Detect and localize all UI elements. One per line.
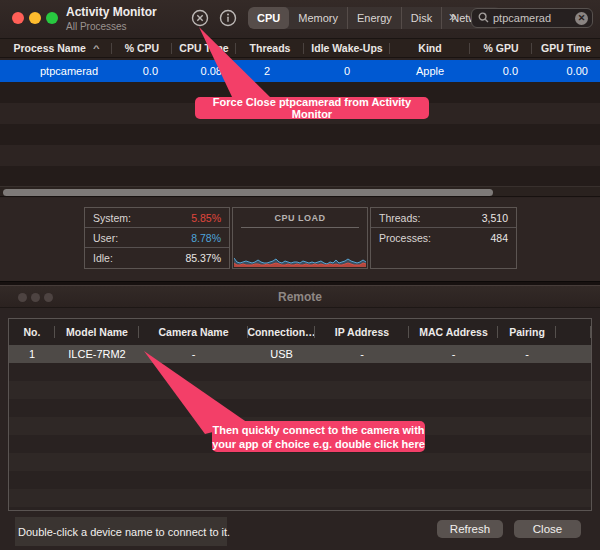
refresh-button[interactable]: Refresh [437,520,503,538]
tab-cpu[interactable]: CPU [248,7,289,29]
tab-energy[interactable]: Energy [348,7,402,29]
callout-text-line2: your app of choice e.g. double click her… [212,437,425,451]
stat-row-user: User: 8.78% [85,228,229,248]
camera-table: No. Model Name Camera Name Connection… I… [8,318,592,511]
horizontal-scrollbar [0,186,600,197]
callout-text: Force Close ptpcamerad from Activity Mon… [195,96,429,120]
inspect-info-icon[interactable] [219,9,237,27]
cpu-load-sparkline [234,251,366,267]
search-icon [478,9,489,27]
zoom-window-button-inactive[interactable] [44,293,53,302]
camera-table-header: No. Model Name Camera Name Connection… I… [9,319,591,345]
annotation-callout-force-close: Force Close ptpcamerad from Activity Mon… [195,97,429,119]
scrollbar-thumb[interactable] [3,189,493,196]
search-input[interactable] [493,12,575,24]
remote-window-title: Remote [0,286,600,308]
column-header-idle-wakeups[interactable]: Idle Wake-Ups [304,39,390,57]
column-label: CPU Time [179,42,228,54]
zoom-window-button[interactable] [46,12,58,24]
table-row-ptpcamerad[interactable]: ptpcamerad 0.0 0.08 2 0 Apple 0.0 0.00 [0,60,600,82]
column-header-gpu-pct[interactable]: % GPU [470,39,532,57]
hint-text: Double-click a device name to connect to… [15,526,230,538]
hint-box: Double-click a device name to connect to… [15,517,227,546]
cell-cpu-time: 0.08 [172,65,236,77]
cpu-percent-box: System: 5.85% User: 8.78% Idle: 85.37% [84,207,230,269]
toolbar-overflow-chevron-icon[interactable]: » [449,8,455,24]
cpu-stats-panel: System: 5.85% User: 8.78% Idle: 85.37% C… [0,198,600,281]
remote-titlebar: Remote [0,286,600,308]
column-label: % GPU [483,42,518,54]
minimize-window-button-inactive[interactable] [31,293,40,302]
cell-model-name: ILCE-7RM2 [55,348,139,360]
system-value: 5.85% [191,212,221,224]
column-label: % CPU [125,42,159,54]
cell-gpu-time: 0.00 [532,65,600,77]
view-tab-group: CPU Memory Energy Disk Network [248,7,501,29]
search-clear-icon[interactable]: ✕ [575,12,588,25]
column-header-gpu-time[interactable]: GPU Time [532,39,600,57]
stat-row-threads: Threads: 3,510 [371,208,516,228]
am-titlebar: Activity Monitor All Processes CPU Memor… [0,0,600,36]
column-label: Idle Wake-Ups [311,42,382,54]
idle-value: 85.37% [185,252,221,264]
tab-disk[interactable]: Disk [402,7,442,29]
camera-row-ilce7rm2[interactable]: 1 ILCE-7RM2 - USB - - - [9,345,591,363]
cell-idle-wakeups: 0 [304,65,390,77]
column-header-threads[interactable]: Threads [236,39,304,57]
cell-threads: 2 [236,65,304,77]
cell-gpu-pct: 0.0 [470,65,532,77]
remote-window: Remote No. Model Name Camera Name Connec… [0,285,600,550]
minimize-window-button[interactable] [29,12,41,24]
sort-ascending-icon: ^ [93,44,100,53]
cell-pairing: - [498,348,556,360]
process-table-header: Process Name^ % CPU CPU Time Threads Idl… [0,38,600,58]
user-label: User: [93,232,118,244]
close-button[interactable]: Close [514,520,581,538]
cpu-load-rule [241,227,359,228]
process-stats-box: Threads: 3,510 Processes: 484 [370,207,517,269]
idle-label: Idle: [93,252,113,264]
tab-memory[interactable]: Memory [289,7,348,29]
column-header-mac-address[interactable]: MAC Address [409,319,498,345]
stat-row-processes: Processes: 484 [371,228,516,248]
window-subtitle: All Processes [66,21,157,32]
processes-value: 484 [490,232,508,244]
column-header-camera-name[interactable]: Camera Name [139,319,248,345]
column-header-process-name[interactable]: Process Name^ [0,39,112,57]
callout-text-line1: Then quickly connect to the camera with [212,423,424,437]
column-label: GPU Time [541,42,591,54]
cell-camera-name: - [139,348,248,360]
cell-connection: USB [248,348,315,360]
column-label: Process Name [13,42,85,54]
cell-kind: Apple [390,65,470,77]
column-header-connection[interactable]: Connection… [248,319,315,345]
column-header-ip-address[interactable]: IP Address [315,319,409,345]
column-header-model-name[interactable]: Model Name [55,319,139,345]
stat-row-system: System: 5.85% [85,208,229,228]
cell-process-name: ptpcamerad [0,65,112,77]
processes-label: Processes: [379,232,431,244]
search-field[interactable]: ✕ [471,8,593,28]
stat-row-idle: Idle: 85.37% [85,248,229,268]
window-title-block: Activity Monitor All Processes [66,5,157,32]
cell-mac-address: - [409,348,498,360]
close-window-button-inactive[interactable] [18,293,27,302]
threads-value: 3,510 [482,212,508,224]
close-window-button[interactable] [12,12,24,24]
column-header-filler [556,319,591,345]
column-header-kind[interactable]: Kind [390,39,470,57]
column-header-pairing[interactable]: Pairing [498,319,556,345]
annotation-callout-connect: Then quickly connect to the camera with … [212,421,425,452]
force-quit-icon[interactable] [191,9,209,27]
activity-monitor-window: Activity Monitor All Processes CPU Memor… [0,0,600,282]
system-label: System: [93,212,131,224]
cpu-load-box: CPU LOAD [232,207,368,269]
column-header-cpu-time[interactable]: CPU Time [172,39,236,57]
column-label: Kind [418,42,441,54]
column-header-cpu-pct[interactable]: % CPU [112,39,172,57]
column-label: Threads [250,42,291,54]
user-value: 8.78% [191,232,221,244]
column-header-no[interactable]: No. [9,319,55,345]
window-title: Activity Monitor [66,5,157,19]
cpu-load-title: CPU LOAD [233,208,367,223]
